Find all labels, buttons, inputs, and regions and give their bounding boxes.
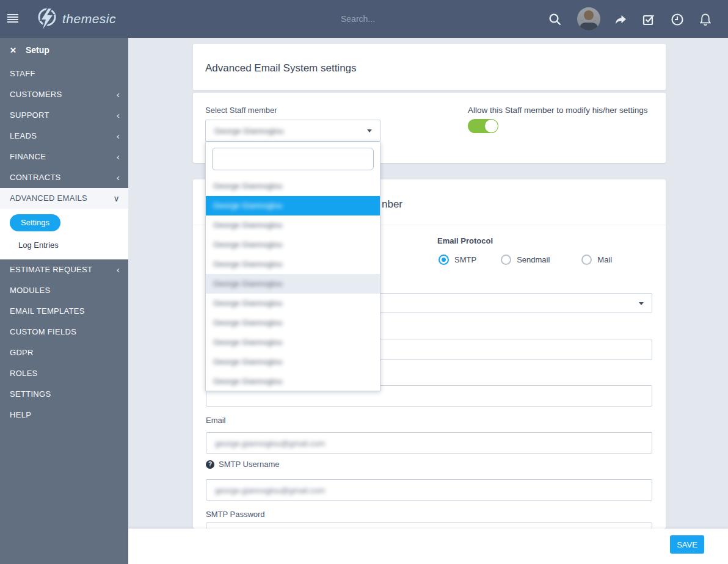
submenu-item-settings[interactable]: Settings <box>10 214 60 231</box>
dropdown-option[interactable]: George Giannoglou <box>206 352 380 372</box>
email-settings-card-title-fragment: nber <box>382 198 402 211</box>
dropdown-option[interactable]: George Giannoglou <box>206 215 380 235</box>
sidebar-item-label: SETTINGS <box>10 389 51 399</box>
toggle-knob <box>485 120 498 132</box>
sidebar-item-modules[interactable]: MODULES <box>0 280 128 301</box>
dropdown-option[interactable]: George Giannoglou <box>206 274 380 294</box>
smtp-username-label-row: ? SMTP Username <box>206 460 279 469</box>
dropdown-option-label: George Giannoglou <box>213 377 282 386</box>
title-card: Advanced Email System settings <box>193 44 666 90</box>
sidebar-item-label: FINANCE <box>10 152 46 161</box>
timesheet-clock-icon[interactable] <box>671 13 684 26</box>
dropdown-option-label: George Giannoglou <box>213 279 282 288</box>
email-input-value: george.giannoglou@gmail.com <box>215 439 325 448</box>
close-icon[interactable]: ✕ <box>10 46 16 55</box>
staff-member-select[interactable]: George Giannoglou <box>205 120 380 142</box>
sidebar-item-gdpr[interactable]: GDPR <box>0 342 128 363</box>
dropdown-option[interactable]: George Giannoglou <box>206 176 380 196</box>
dropdown-option-label: George Giannoglou <box>213 298 282 308</box>
email-protocol-radio-group: SMTP Sendmail Mail <box>439 255 612 265</box>
caret-down-icon <box>639 302 644 305</box>
submenu-item-log-entries[interactable]: Log Entries <box>18 240 59 250</box>
dropdown-option-label: George Giannoglou <box>213 181 282 190</box>
sidebar-item-finance[interactable]: FINANCE‹ <box>0 146 128 167</box>
chevron-left-icon: ‹ <box>117 84 120 105</box>
avatar-shoulders <box>580 23 598 31</box>
chevron-left-icon: ‹ <box>117 105 120 126</box>
dropdown-option-label: George Giannoglou <box>213 318 282 327</box>
allow-modify-label: Allow this Staff member to modify his/he… <box>468 106 648 115</box>
logo-bolt-icon <box>34 5 60 32</box>
sidebar-item-contracts[interactable]: CONTRACTS‹ <box>0 167 128 188</box>
dropdown-option[interactable]: George Giannoglou <box>206 196 380 215</box>
share-forward-icon[interactable] <box>614 13 627 26</box>
email-label: Email <box>206 416 226 425</box>
sidebar-item-staff[interactable]: STAFF <box>0 63 128 84</box>
sidebar-item-label: MODULES <box>10 286 50 295</box>
save-button[interactable]: SAVE <box>670 535 704 554</box>
dropdown-option[interactable]: George Giannoglou <box>206 313 380 333</box>
sidebar-item-settings[interactable]: SETTINGS <box>0 384 128 405</box>
dropdown-option-label: George Giannoglou <box>213 220 282 230</box>
chevron-left-icon: ‹ <box>117 167 120 188</box>
search-icon[interactable] <box>548 13 562 26</box>
select-staff-label: Select Staff member <box>205 106 277 115</box>
sidebar-item-label: HELP <box>10 410 31 419</box>
sidebar-item-label: GDPR <box>10 348 34 357</box>
staff-dropdown-panel: George GiannoglouGeorge GiannoglouGeorge… <box>205 142 380 391</box>
radio-mail-label: Mail <box>597 255 612 264</box>
dropdown-option-label: George Giannoglou <box>213 240 282 249</box>
notifications-bell-icon[interactable] <box>699 13 712 26</box>
menu-toggle-icon[interactable] <box>7 14 18 24</box>
dropdown-option-label: George Giannoglou <box>213 357 282 366</box>
user-avatar[interactable] <box>577 7 600 31</box>
app-logo[interactable]: themesic <box>34 5 116 32</box>
radio-smtp-label: SMTP <box>454 255 476 264</box>
sidebar-item-label: SUPPORT <box>10 110 49 120</box>
sidebar: ✕ Setup STAFFCUSTOMERS‹SUPPORT‹LEADS‹FIN… <box>0 38 128 564</box>
sidebar-item-advanced-emails[interactable]: ADVANCED EMAILS∨ <box>0 188 128 209</box>
dropdown-option[interactable]: George Giannoglou <box>206 333 380 352</box>
sidebar-item-label: LEADS <box>10 131 37 140</box>
radio-mail[interactable] <box>581 255 592 265</box>
allow-modify-toggle[interactable] <box>468 119 498 133</box>
sidebar-item-custom-fields[interactable]: CUSTOM FIELDS <box>0 322 128 342</box>
radio-sendmail-label: Sendmail <box>517 255 550 264</box>
footer-bar: SAVE <box>128 529 728 564</box>
dropdown-search-input[interactable] <box>212 148 374 170</box>
radio-sendmail[interactable] <box>501 255 511 265</box>
global-search-input[interactable] <box>341 11 512 27</box>
sidebar-item-label: CUSTOM FIELDS <box>10 327 76 336</box>
dropdown-option[interactable]: George Giannoglou <box>206 235 380 255</box>
dropdown-option[interactable]: George Giannoglou <box>206 372 380 391</box>
chevron-down-icon: ∨ <box>113 188 120 209</box>
sidebar-item-customers[interactable]: CUSTOMERS‹ <box>0 84 128 105</box>
dropdown-option-label: George Giannoglou <box>213 338 282 347</box>
sidebar-item-estimate-request[interactable]: ESTIMATE REQUEST‹ <box>0 259 128 280</box>
logo-text: themesic <box>62 12 116 26</box>
staff-dropdown-options: George GiannoglouGeorge GiannoglouGeorge… <box>206 176 380 391</box>
sidebar-item-email-templates[interactable]: EMAIL TEMPLATES <box>0 301 128 322</box>
todo-checkbox-icon[interactable] <box>642 13 655 26</box>
advanced-emails-submenu: Settings Log Entries <box>0 209 128 259</box>
smtp-username-input[interactable]: george.giannoglou@gmail.com <box>206 479 652 501</box>
smtp-username-value: george.giannoglou@gmail.com <box>215 486 325 495</box>
page-title: Advanced Email System settings <box>205 62 357 74</box>
staff-member-select-value: George Giannoglou <box>214 126 283 136</box>
smtp-password-input[interactable] <box>206 522 652 529</box>
radio-smtp[interactable] <box>439 255 449 265</box>
dropdown-option[interactable]: George Giannoglou <box>206 255 380 274</box>
sidebar-item-help[interactable]: HELP <box>0 405 128 425</box>
sidebar-item-leads[interactable]: LEADS‹ <box>0 126 128 146</box>
sidebar-item-label: ESTIMATE REQUEST <box>10 265 92 274</box>
dropdown-option[interactable]: George Giannoglou <box>206 294 380 313</box>
sidebar-item-label: EMAIL TEMPLATES <box>10 306 85 316</box>
chevron-left-icon: ‹ <box>117 259 120 280</box>
topbar: themesic <box>0 0 728 38</box>
sidebar-item-roles[interactable]: ROLES <box>0 363 128 384</box>
email-input[interactable]: george.giannoglou@gmail.com <box>206 432 652 454</box>
sidebar-item-label: STAFF <box>10 69 35 78</box>
help-question-icon[interactable]: ? <box>206 460 214 469</box>
sidebar-item-support[interactable]: SUPPORT‹ <box>0 105 128 126</box>
chevron-left-icon: ‹ <box>117 146 120 167</box>
